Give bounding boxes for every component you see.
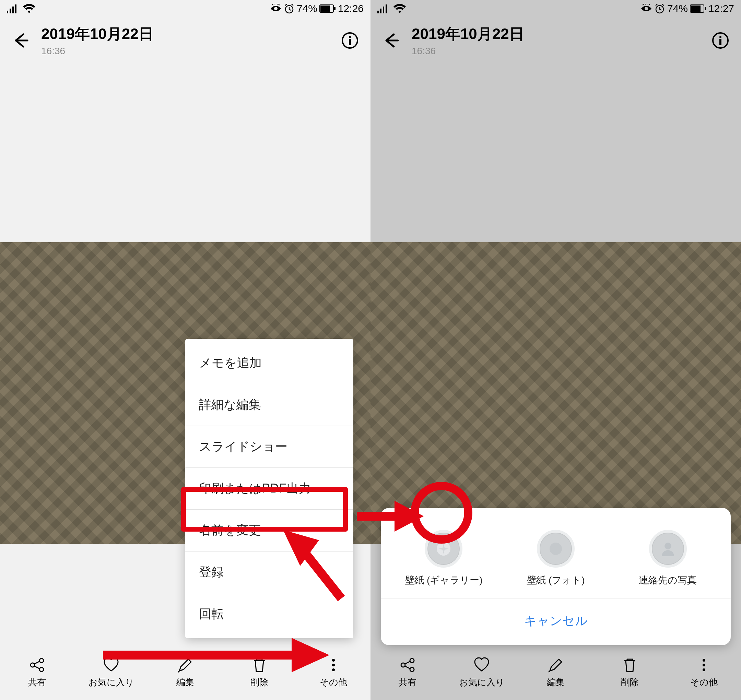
phone-right: 74% 12:27 2019年10月22日 16:36 壁紙 ( <box>370 0 741 700</box>
more-menu: メモを追加 詳細な編集 スライドショー 印刷またはPDF出力 名前を変更 登録 … <box>185 339 354 638</box>
menu-item-rotate[interactable]: 回転 <box>185 593 354 635</box>
nav-share[interactable]: 共有 <box>370 645 445 700</box>
share-icon <box>400 657 415 673</box>
sheet-opt-wallpaper-photo[interactable]: 壁紙 (フォト) <box>504 530 607 587</box>
header: 2019年10月22日 16:36 <box>0 17 370 67</box>
svg-rect-1 <box>10 9 11 13</box>
heart-icon <box>103 657 119 673</box>
nav-favorite-label: お気に入り <box>88 676 134 688</box>
bottom-nav: 共有 お気に入り 編集 削除 その他 <box>370 645 741 700</box>
bottom-nav: 共有 お気に入り 編集 削除 その他 <box>0 645 370 700</box>
more-dots-icon <box>701 657 706 673</box>
svg-point-32 <box>410 659 414 663</box>
svg-rect-3 <box>15 4 16 13</box>
battery-percent: 74% <box>667 3 688 15</box>
contact-photo-icon <box>649 530 687 568</box>
clock: 12:27 <box>709 3 734 15</box>
svg-point-33 <box>410 668 414 672</box>
title-date: 2019年10月22日 <box>41 24 329 44</box>
nav-edit-label: 編集 <box>176 676 194 688</box>
wifi-icon <box>393 4 406 13</box>
signal-icon <box>7 4 19 13</box>
svg-rect-6 <box>320 6 330 12</box>
battery-percent: 74% <box>297 3 317 15</box>
nav-edit[interactable]: 編集 <box>519 645 593 700</box>
menu-item-slideshow[interactable]: スライドショー <box>185 426 354 468</box>
trash-icon <box>252 657 267 673</box>
sheet-opt-contact-photo-label: 連絡先の写真 <box>639 574 697 587</box>
menu-item-print-pdf[interactable]: 印刷またはPDF出力 <box>185 468 354 510</box>
more-dots-icon <box>331 657 336 673</box>
trash-icon <box>622 657 637 673</box>
title-time: 16:36 <box>412 46 700 57</box>
svg-point-16 <box>332 668 335 671</box>
sheet-opt-wallpaper-photo-label: 壁紙 (フォト) <box>527 574 585 587</box>
back-button[interactable] <box>381 30 401 51</box>
svg-point-35 <box>703 664 705 666</box>
nav-favorite[interactable]: お気に入り <box>74 645 148 700</box>
eye-comfort-icon <box>641 4 652 13</box>
svg-rect-18 <box>380 9 382 13</box>
svg-point-36 <box>703 668 705 671</box>
svg-rect-2 <box>12 6 14 13</box>
wallpaper-gallery-icon <box>425 530 463 568</box>
alarm-icon <box>654 3 665 14</box>
info-button[interactable] <box>710 30 731 51</box>
nav-share-label: 共有 <box>399 676 417 688</box>
nav-edit-label: 編集 <box>547 676 565 688</box>
info-button[interactable] <box>340 30 360 51</box>
phone-left: 74% 12:26 2019年10月22日 16:36 メモを追加 詳細な編集 … <box>0 0 370 700</box>
nav-share[interactable]: 共有 <box>0 645 74 700</box>
nav-more[interactable]: その他 <box>296 645 370 700</box>
nav-favorite[interactable]: お気に入り <box>445 645 519 700</box>
svg-rect-23 <box>691 6 701 12</box>
clock: 12:26 <box>338 3 364 15</box>
svg-point-26 <box>719 36 722 38</box>
menu-item-adv-edit[interactable]: 詳細な編集 <box>185 384 354 426</box>
svg-rect-27 <box>719 39 722 45</box>
pencil-icon <box>548 657 564 673</box>
svg-point-14 <box>332 659 335 662</box>
svg-rect-10 <box>349 39 351 45</box>
svg-rect-24 <box>705 7 706 10</box>
nav-share-label: 共有 <box>28 676 46 688</box>
sheet-opt-contact-photo[interactable]: 連絡先の写真 <box>616 530 719 587</box>
svg-point-30 <box>664 543 671 549</box>
alarm-icon <box>284 3 295 14</box>
eye-comfort-icon <box>270 4 281 13</box>
pencil-icon <box>177 657 193 673</box>
register-sheet: 壁紙 (ギャラリー) 壁紙 (フォト) 連絡先の写真 キャンセル <box>381 508 731 645</box>
svg-point-29 <box>549 543 562 555</box>
sheet-cancel[interactable]: キャンセル <box>381 599 731 645</box>
menu-item-rename[interactable]: 名前を変更 <box>185 510 354 551</box>
photo[interactable] <box>370 242 741 544</box>
status-bar: 74% 12:26 <box>0 0 370 17</box>
heart-icon <box>473 657 490 673</box>
sheet-opt-wallpaper-gallery[interactable]: 壁紙 (ギャラリー) <box>392 530 495 587</box>
nav-more[interactable]: その他 <box>667 645 741 700</box>
nav-edit[interactable]: 編集 <box>148 645 222 700</box>
svg-point-13 <box>40 668 44 672</box>
share-icon <box>29 657 45 673</box>
wallpaper-photo-icon <box>537 530 575 568</box>
nav-delete-label: 削除 <box>621 676 639 688</box>
nav-favorite-label: お気に入り <box>459 676 505 688</box>
svg-rect-19 <box>383 6 384 13</box>
nav-delete[interactable]: 削除 <box>222 645 296 700</box>
title-date: 2019年10月22日 <box>412 24 700 44</box>
nav-delete[interactable]: 削除 <box>593 645 667 700</box>
battery-icon <box>320 4 336 13</box>
svg-rect-0 <box>7 10 8 13</box>
menu-item-add-memo[interactable]: メモを追加 <box>185 342 354 384</box>
sheet-opt-wallpaper-gallery-label: 壁紙 (ギャラリー) <box>405 574 482 587</box>
menu-item-register[interactable]: 登録 <box>185 551 354 593</box>
svg-rect-20 <box>386 4 387 13</box>
nav-more-label: その他 <box>320 676 347 688</box>
svg-point-9 <box>349 36 351 38</box>
status-bar: 74% 12:27 <box>370 0 741 17</box>
nav-more-label: その他 <box>690 676 718 688</box>
nav-delete-label: 削除 <box>250 676 268 688</box>
svg-rect-17 <box>377 10 379 13</box>
back-button[interactable] <box>10 30 31 51</box>
title-time: 16:36 <box>41 46 329 57</box>
